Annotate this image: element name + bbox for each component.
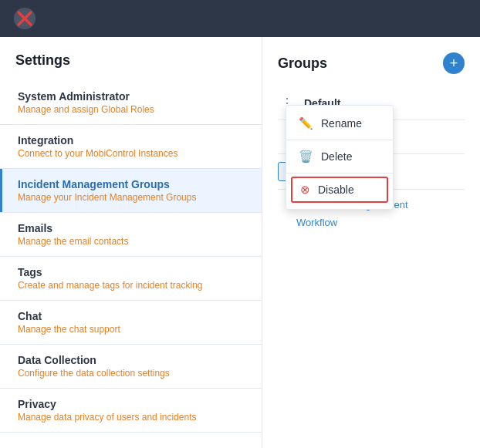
sidebar-item-incident-management[interactable]: Incident Management GroupsManage your In… [0,169,262,212]
menu-divider-1 [286,140,393,140]
sidebar-item-title-integration: Integration [18,134,246,147]
sidebar-item-title-chat: Chat [18,310,246,322]
add-group-button[interactable]: + [443,52,465,74]
sidebar-item-system-admin[interactable]: System AdministratorManage and assign Gl… [0,81,262,124]
disable-icon: ⊗ [300,183,310,197]
app-logo-icon [12,6,37,31]
delete-label: Delete [321,150,352,163]
disable-label: Disable [318,184,354,196]
sidebar-item-subtitle-privacy: Manage data privacy of users and inciden… [18,412,246,423]
rename-label: Rename [321,117,362,130]
sidebar-item-subtitle-chat: Manage the chat support [18,324,246,335]
sidebar-item-subtitle-integration: Connect to your MobiControl Instances [18,148,246,159]
sidebar-item-tags[interactable]: TagsCreate and manage tags for incident … [0,257,262,300]
sidebar-item-title-data-collection: Data Collection [18,354,246,366]
delete-menu-item[interactable]: 🗑️ Delete [286,143,393,170]
sidebar-item-subtitle-system-admin: Manage and assign Global Roles [18,104,246,115]
sidebar-item-subtitle-incident-management: Manage your Incident Management Groups [18,192,246,203]
sidebar-item-title-emails: Emails [18,222,246,234]
sidebar-item-subtitle-tags: Create and manage tags for incident trac… [18,280,246,291]
sidebar-divider-7 [0,432,262,433]
rename-icon: ✏️ [299,116,313,130]
right-panel: Groups + ⋮Default⋮In Progress⋮New Incide… [262,37,480,448]
right-panel-header: Groups + [278,52,465,74]
app-header [0,0,480,37]
rename-menu-item[interactable]: ✏️ Rename [286,110,393,136]
sidebar-item-title-tags: Tags [18,266,246,278]
main-layout: Settings System AdministratorManage and … [0,37,480,448]
sidebar: Settings System AdministratorManage and … [0,37,262,448]
sidebar-items: System AdministratorManage and assign Gl… [0,81,262,433]
delete-icon: 🗑️ [299,150,313,163]
menu-divider-2 [286,173,393,173]
sidebar-item-privacy[interactable]: PrivacyManage data privacy of users and … [0,389,262,432]
sidebar-item-title-system-admin: System Administrator [18,90,246,103]
sidebar-item-data-collection[interactable]: Data CollectionConfigure the data collec… [0,345,262,388]
groups-title: Groups [278,56,327,72]
sidebar-item-subtitle-data-collection: Configure the data collection settings [18,368,246,379]
sidebar-item-title-privacy: Privacy [18,398,246,410]
sidebar-item-integration[interactable]: IntegrationConnect to your MobiControl I… [0,125,262,168]
sidebar-title: Settings [0,52,262,81]
sidebar-item-subtitle-emails: Manage the email contacts [18,236,246,247]
sidebar-item-chat[interactable]: ChatManage the chat support [0,301,262,344]
sub-item-1[interactable]: Workflow [296,214,465,231]
context-menu: ✏️ Rename 🗑️ Delete ⊗ Disable [286,105,394,210]
disable-menu-item[interactable]: ⊗ Disable [291,177,388,203]
sidebar-item-emails[interactable]: EmailsManage the email contacts [0,213,262,256]
sidebar-item-title-incident-management: Incident Management Groups [18,178,246,190]
